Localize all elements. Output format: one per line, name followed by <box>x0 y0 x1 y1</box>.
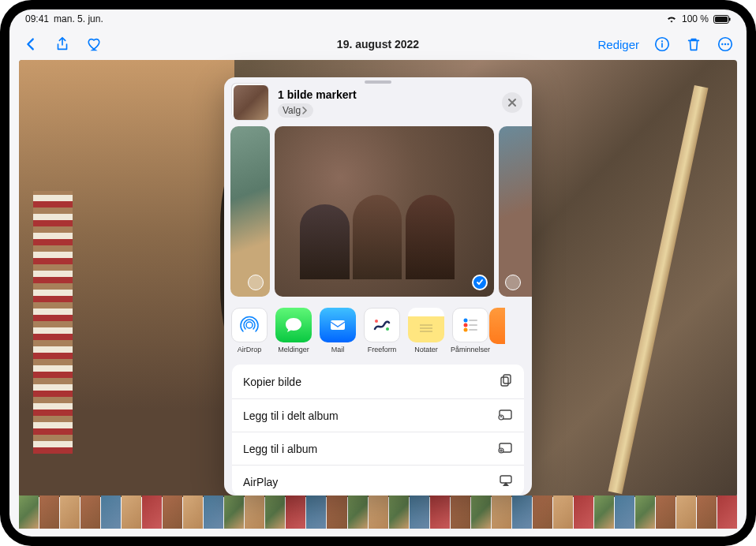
thumbnail[interactable] <box>389 496 409 529</box>
thumbnail[interactable] <box>594 496 614 529</box>
svg-rect-23 <box>503 375 511 383</box>
thumbnail[interactable] <box>286 496 305 529</box>
thumbnail[interactable] <box>430 496 450 529</box>
action-add-album[interactable]: Legg til i album <box>232 432 524 466</box>
sheet-grabber[interactable] <box>365 80 391 84</box>
svg-rect-2 <box>729 17 731 21</box>
app-label: Påminnelser <box>451 346 490 353</box>
thumbnail[interactable] <box>697 496 717 529</box>
thumbnail[interactable] <box>183 496 203 529</box>
share-photo-strip[interactable] <box>224 126 532 297</box>
action-label: Kopier bilde <box>243 376 301 388</box>
thumbnail[interactable] <box>80 496 100 529</box>
messages-icon <box>275 308 312 343</box>
thumbnail[interactable] <box>512 496 532 529</box>
thumbnail[interactable] <box>533 496 552 529</box>
thumbnail[interactable] <box>656 496 676 529</box>
app-freeform[interactable]: Freeform <box>360 308 404 354</box>
app-label: Meldinger <box>278 346 309 353</box>
thumbnail[interactable] <box>204 496 223 529</box>
app-label: Freeform <box>368 346 397 353</box>
svg-point-18 <box>464 327 468 331</box>
thumbnail-strip[interactable] <box>19 496 737 529</box>
thumbnail[interactable] <box>553 496 573 529</box>
share-photo-prev[interactable] <box>230 126 270 297</box>
svg-point-11 <box>375 320 378 323</box>
share-options-label: Valg <box>283 105 301 116</box>
battery-percent: 100 % <box>682 13 709 24</box>
app-airdrop[interactable]: AirDrop <box>227 308 271 354</box>
action-label: AirPlay <box>243 476 278 488</box>
share-photo-selected[interactable] <box>275 126 494 297</box>
svg-point-9 <box>246 322 253 328</box>
thumbnail[interactable] <box>615 496 634 529</box>
status-bar: 09:41 man. 5. jun. 100 % <box>9 9 747 28</box>
shared-album-icon <box>497 408 513 423</box>
notes-icon <box>408 308 444 343</box>
share-header: 1 bilde markert Valg <box>224 77 532 126</box>
thumbnail[interactable] <box>39 496 59 529</box>
action-airplay[interactable]: AirPlay <box>232 466 524 496</box>
thumbnail[interactable] <box>163 496 182 529</box>
selected-checkmark-icon <box>472 275 488 290</box>
screen: 09:41 man. 5. jun. 100 % <box>9 9 747 537</box>
svg-rect-22 <box>501 377 508 386</box>
share-close-button[interactable] <box>502 92 522 113</box>
thumbnail[interactable] <box>574 496 593 529</box>
svg-rect-10 <box>331 320 345 330</box>
action-label: Legg til i delt album <box>243 410 339 422</box>
app-messages[interactable]: Meldinger <box>271 308 316 354</box>
unselected-badge-icon <box>505 275 521 290</box>
app-reminders[interactable]: Påminnelser <box>448 308 492 354</box>
device-frame: 09:41 man. 5. jun. 100 % <box>0 0 756 546</box>
share-apps-row: AirDrop Meldinger Mail <box>224 297 532 361</box>
thumbnail[interactable] <box>265 496 285 529</box>
app-more[interactable] <box>489 308 505 354</box>
app-mail[interactable]: Mail <box>316 308 360 354</box>
share-photo-next[interactable] <box>499 126 532 297</box>
thumbnail[interactable] <box>142 496 162 529</box>
svg-point-17 <box>464 323 468 327</box>
svg-point-16 <box>464 318 468 322</box>
thumbnail[interactable] <box>224 496 244 529</box>
share-header-thumbnail <box>234 85 268 120</box>
thumbnail[interactable] <box>492 496 511 529</box>
thumbnail[interactable] <box>348 496 368 529</box>
thumbnail[interactable] <box>717 496 737 529</box>
thumbnail[interactable] <box>327 496 346 529</box>
svg-rect-29 <box>500 476 511 483</box>
airdrop-icon <box>231 308 268 343</box>
thumbnail[interactable] <box>122 496 141 529</box>
thumbnail[interactable] <box>676 496 696 529</box>
status-time: 09:41 <box>25 13 49 24</box>
thumbnail[interactable] <box>60 496 80 529</box>
unselected-badge-icon <box>248 275 264 290</box>
photo-date-title: 19. august 2022 <box>9 38 747 50</box>
thumbnail[interactable] <box>451 496 470 529</box>
reminders-icon <box>452 308 488 343</box>
wifi-icon <box>666 15 677 23</box>
svg-point-12 <box>386 327 389 331</box>
action-label: Legg til i album <box>243 443 317 455</box>
thumbnail[interactable] <box>471 496 491 529</box>
thumbnail[interactable] <box>101 496 121 529</box>
app-more-icon <box>489 308 505 344</box>
thumbnail[interactable] <box>245 496 264 529</box>
airplay-icon <box>499 474 513 489</box>
app-notes[interactable]: Notater <box>404 308 448 354</box>
mail-icon <box>320 308 356 343</box>
status-date: man. 5. jun. <box>54 13 103 24</box>
thumbnail[interactable] <box>369 496 388 529</box>
share-options-button[interactable]: Valg <box>278 103 313 118</box>
app-label: Notater <box>414 346 438 353</box>
action-copy-photo[interactable]: Kopier bilde <box>232 365 524 399</box>
svg-point-26 <box>500 416 502 417</box>
thumbnail[interactable] <box>306 496 326 529</box>
share-title: 1 bilde markert <box>278 88 502 101</box>
battery-icon <box>713 15 731 24</box>
thumbnail[interactable] <box>410 496 429 529</box>
copy-icon <box>499 373 513 390</box>
action-add-shared-album[interactable]: Legg til i delt album <box>232 399 524 432</box>
thumbnail[interactable] <box>19 496 39 529</box>
thumbnail[interactable] <box>635 496 655 529</box>
